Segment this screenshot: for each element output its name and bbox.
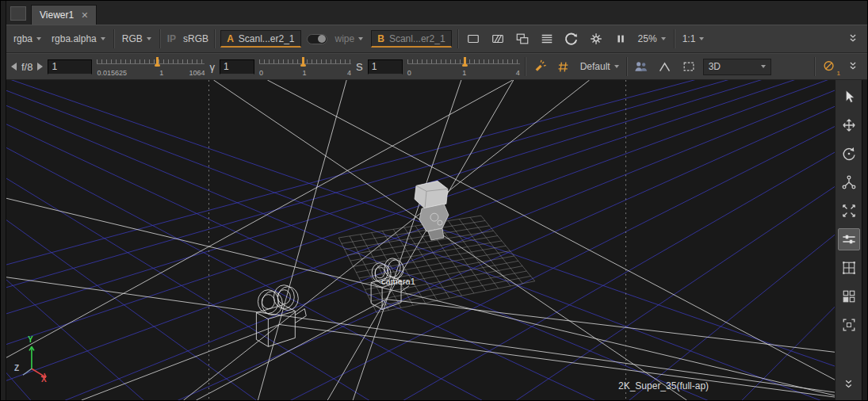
prev-exposure-icon[interactable] [11, 63, 17, 71]
translate-tool-icon[interactable] [838, 114, 860, 136]
pane-menu-button[interactable] [10, 6, 26, 21]
quad-view-icon[interactable] [838, 285, 860, 307]
input-b-label: B [377, 33, 384, 44]
separator [525, 57, 526, 76]
chevron-down-icon [699, 37, 704, 40]
srgb-lut-label[interactable]: sRGB [183, 33, 208, 44]
tab-label: Viewer1 [40, 10, 74, 21]
lock-badge: 1 [837, 70, 840, 77]
window-left-edge [1, 1, 6, 400]
separator [113, 29, 114, 48]
roi-gear-icon[interactable] [587, 29, 606, 48]
chevron-down-icon [614, 65, 619, 68]
saturation-label: S [356, 61, 363, 73]
separator [674, 29, 675, 48]
viewport-3d[interactable]: camera1 2K_Super_35(full-ap) Y X Z [6, 80, 835, 400]
collapse-side-toolbar-icon[interactable] [838, 373, 860, 395]
input-b-selector[interactable]: B Scanl...er2_1 [371, 30, 451, 48]
axis-y-label: Y [28, 335, 33, 344]
pause-updates-icon[interactable] [611, 29, 630, 48]
gain-slider[interactable]: 0.015625 1 1064 [97, 55, 205, 78]
axis-x-label: X [41, 375, 47, 384]
expand-tool-icon[interactable] [838, 200, 860, 222]
input-a-label: A [227, 33, 234, 44]
viewer-toolbar-bottom: f/8 1 0.015625 1 1064 γ 1 0 1 4 S [6, 53, 867, 80]
viewer-toolbar-top: rgba rgba.alpha RGB IP sRGB A Scanl...er… [6, 25, 867, 53]
tick-label: 1 [462, 69, 466, 77]
alpha-channel-dropdown[interactable]: rgba.alpha [49, 32, 108, 46]
chevron-down-icon [358, 37, 363, 40]
zebra-overlay-icon[interactable] [488, 29, 507, 48]
window-right-edge [862, 80, 867, 400]
histogram-curve-icon[interactable] [656, 57, 675, 76]
roi-region-icon[interactable] [679, 57, 698, 76]
viewport-side-toolbar [835, 80, 862, 400]
collapse-toolbar-icon[interactable] [843, 57, 862, 76]
tab-close-icon[interactable]: ✕ [81, 10, 88, 21]
viewer-lock-icon[interactable]: 1 [820, 57, 839, 76]
refresh-icon[interactable] [562, 29, 581, 48]
separator [814, 57, 815, 76]
saturation-slider[interactable]: 0 1 4 [407, 55, 520, 78]
node-tree-icon[interactable] [838, 171, 860, 193]
toggle-knob [318, 35, 326, 43]
rotate-tool-icon[interactable] [838, 143, 860, 165]
input-a-selector[interactable]: A Scanl...er2_1 [220, 30, 300, 48]
grid-snap-icon[interactable] [554, 57, 573, 76]
saturation-input[interactable]: 1 [368, 59, 403, 74]
mask-overlay-icon[interactable] [464, 29, 483, 48]
tick-label: 1 [302, 69, 306, 77]
tick-label: 0 [259, 69, 263, 77]
lut-dropdown[interactable]: Default [578, 59, 621, 74]
wipe-mode-dropdown[interactable]: wipe [333, 32, 366, 46]
zoom-level-dropdown[interactable]: 25% [636, 32, 668, 46]
tab-viewer1[interactable]: Viewer1 ✕ [31, 5, 97, 25]
ab-toggle[interactable] [307, 34, 327, 44]
input-a-value: Scanl...er2_1 [239, 33, 295, 44]
fstop-label[interactable]: f/8 [21, 61, 33, 73]
3d-lighting-icon[interactable] [530, 57, 549, 76]
chevron-down-icon [661, 37, 666, 40]
channels-dropdown[interactable]: rgba [11, 32, 44, 46]
slider-handle[interactable] [156, 57, 159, 65]
input-b-value: Scanl...er2_1 [389, 33, 445, 44]
lattice-grid-icon[interactable] [838, 257, 860, 279]
display-properties-icon[interactable] [838, 228, 860, 250]
select-cursor-icon[interactable] [838, 86, 860, 108]
slider-handle[interactable] [464, 57, 466, 65]
slider-handle[interactable] [302, 57, 304, 65]
collapse-toolbar-icon[interactable] [843, 29, 862, 48]
tick-label: 1 [159, 69, 163, 77]
clone-viewer-icon[interactable] [513, 29, 532, 48]
tick-label: 4 [347, 69, 351, 77]
next-exposure-icon[interactable] [37, 63, 43, 71]
tick-label: 1064 [189, 69, 205, 77]
axis-z-label: Z [14, 364, 19, 372]
view-mode-dropdown[interactable]: 3D [703, 59, 771, 75]
pixel-aspect-dropdown[interactable]: 1:1 [680, 32, 707, 46]
chevron-down-icon [761, 65, 766, 68]
tick-label: 4 [516, 69, 520, 77]
frame-view-icon[interactable] [838, 314, 860, 336]
tab-bar: Viewer1 ✕ [6, 1, 867, 25]
gamma-slider[interactable]: 0 1 4 [259, 55, 351, 78]
tick-label: 0.015625 [97, 69, 127, 77]
camera-name-label[interactable]: camera1 [381, 277, 415, 286]
stereo-views-icon[interactable] [632, 57, 651, 76]
slider-track [97, 63, 205, 64]
gamma-label: γ [209, 61, 215, 73]
chevron-down-icon [36, 37, 41, 40]
display-style-dropdown[interactable]: RGB [120, 32, 154, 46]
separator [457, 29, 458, 48]
separator [626, 57, 627, 76]
gain-input[interactable]: 1 [48, 59, 92, 74]
format-label: 2K_Super_35(full-ap) [618, 380, 709, 391]
viewer-window: Viewer1 ✕ rgba rgba.alpha RGB IP sRGB A … [0, 0, 868, 401]
layer-stack-icon[interactable] [537, 29, 556, 48]
input-process-button[interactable]: IP [166, 33, 178, 44]
separator [159, 29, 160, 48]
tick-label: 0 [407, 69, 411, 77]
separator [214, 29, 215, 48]
chevron-down-icon [101, 37, 105, 40]
gamma-input[interactable]: 1 [220, 59, 254, 74]
